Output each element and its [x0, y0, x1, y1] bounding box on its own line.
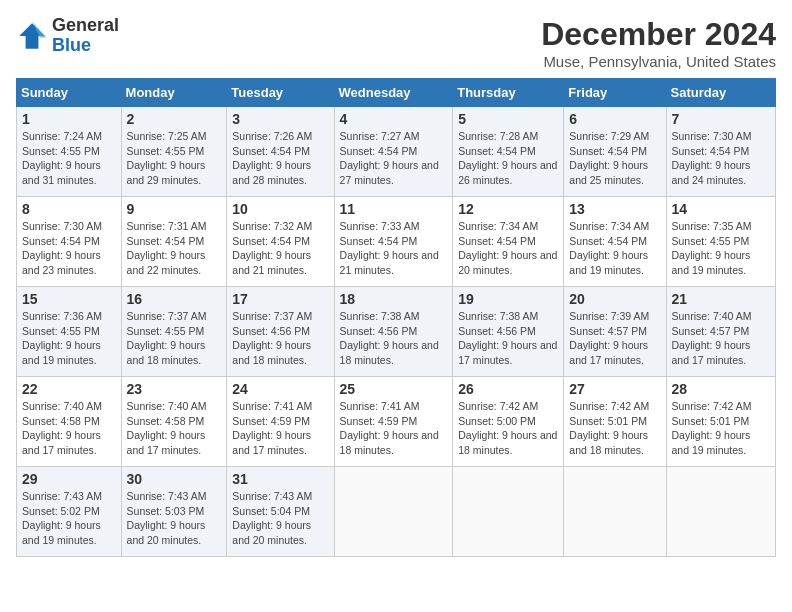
calendar-cell: 17Sunrise: 7:37 AMSunset: 4:56 PMDayligh…	[227, 287, 334, 377]
logo: General Blue	[16, 16, 119, 56]
calendar-cell: 12Sunrise: 7:34 AMSunset: 4:54 PMDayligh…	[453, 197, 564, 287]
day-info: Sunrise: 7:43 AMSunset: 5:04 PMDaylight:…	[232, 489, 328, 548]
calendar-cell: 21Sunrise: 7:40 AMSunset: 4:57 PMDayligh…	[666, 287, 775, 377]
day-number: 6	[569, 111, 660, 127]
day-info: Sunrise: 7:26 AMSunset: 4:54 PMDaylight:…	[232, 129, 328, 188]
day-number: 19	[458, 291, 558, 307]
day-number: 26	[458, 381, 558, 397]
calendar-cell: 11Sunrise: 7:33 AMSunset: 4:54 PMDayligh…	[334, 197, 453, 287]
day-number: 23	[127, 381, 222, 397]
day-info: Sunrise: 7:33 AMSunset: 4:54 PMDaylight:…	[340, 219, 448, 278]
day-info: Sunrise: 7:30 AMSunset: 4:54 PMDaylight:…	[672, 129, 770, 188]
day-info: Sunrise: 7:34 AMSunset: 4:54 PMDaylight:…	[458, 219, 558, 278]
day-number: 2	[127, 111, 222, 127]
day-number: 15	[22, 291, 116, 307]
day-info: Sunrise: 7:32 AMSunset: 4:54 PMDaylight:…	[232, 219, 328, 278]
calendar-cell: 29Sunrise: 7:43 AMSunset: 5:02 PMDayligh…	[17, 467, 122, 557]
day-number: 27	[569, 381, 660, 397]
day-number: 29	[22, 471, 116, 487]
day-number: 20	[569, 291, 660, 307]
day-info: Sunrise: 7:38 AMSunset: 4:56 PMDaylight:…	[340, 309, 448, 368]
day-info: Sunrise: 7:38 AMSunset: 4:56 PMDaylight:…	[458, 309, 558, 368]
day-number: 18	[340, 291, 448, 307]
calendar-cell	[334, 467, 453, 557]
calendar-cell: 4Sunrise: 7:27 AMSunset: 4:54 PMDaylight…	[334, 107, 453, 197]
day-info: Sunrise: 7:29 AMSunset: 4:54 PMDaylight:…	[569, 129, 660, 188]
day-info: Sunrise: 7:25 AMSunset: 4:55 PMDaylight:…	[127, 129, 222, 188]
day-number: 24	[232, 381, 328, 397]
calendar-cell	[453, 467, 564, 557]
calendar-cell: 10Sunrise: 7:32 AMSunset: 4:54 PMDayligh…	[227, 197, 334, 287]
calendar-cell: 27Sunrise: 7:42 AMSunset: 5:01 PMDayligh…	[564, 377, 666, 467]
calendar-cell	[666, 467, 775, 557]
calendar-week-4: 22Sunrise: 7:40 AMSunset: 4:58 PMDayligh…	[17, 377, 776, 467]
day-number: 11	[340, 201, 448, 217]
day-number: 8	[22, 201, 116, 217]
calendar-cell: 31Sunrise: 7:43 AMSunset: 5:04 PMDayligh…	[227, 467, 334, 557]
day-info: Sunrise: 7:42 AMSunset: 5:01 PMDaylight:…	[672, 399, 770, 458]
calendar-cell: 19Sunrise: 7:38 AMSunset: 4:56 PMDayligh…	[453, 287, 564, 377]
day-number: 12	[458, 201, 558, 217]
calendar-cell: 26Sunrise: 7:42 AMSunset: 5:00 PMDayligh…	[453, 377, 564, 467]
day-info: Sunrise: 7:40 AMSunset: 4:58 PMDaylight:…	[22, 399, 116, 458]
day-number: 3	[232, 111, 328, 127]
day-number: 14	[672, 201, 770, 217]
title-area: December 2024 Muse, Pennsylvania, United…	[541, 16, 776, 70]
day-number: 17	[232, 291, 328, 307]
calendar-cell: 6Sunrise: 7:29 AMSunset: 4:54 PMDaylight…	[564, 107, 666, 197]
month-title: December 2024	[541, 16, 776, 53]
day-number: 5	[458, 111, 558, 127]
day-info: Sunrise: 7:43 AMSunset: 5:02 PMDaylight:…	[22, 489, 116, 548]
day-info: Sunrise: 7:42 AMSunset: 5:01 PMDaylight:…	[569, 399, 660, 458]
logo-icon	[16, 20, 48, 52]
page-header: General Blue December 2024 Muse, Pennsyl…	[16, 16, 776, 70]
day-info: Sunrise: 7:41 AMSunset: 4:59 PMDaylight:…	[340, 399, 448, 458]
calendar-cell: 5Sunrise: 7:28 AMSunset: 4:54 PMDaylight…	[453, 107, 564, 197]
calendar-table: SundayMondayTuesdayWednesdayThursdayFrid…	[16, 78, 776, 557]
day-info: Sunrise: 7:42 AMSunset: 5:00 PMDaylight:…	[458, 399, 558, 458]
calendar-cell: 25Sunrise: 7:41 AMSunset: 4:59 PMDayligh…	[334, 377, 453, 467]
calendar-week-3: 15Sunrise: 7:36 AMSunset: 4:55 PMDayligh…	[17, 287, 776, 377]
calendar-cell: 22Sunrise: 7:40 AMSunset: 4:58 PMDayligh…	[17, 377, 122, 467]
header-wednesday: Wednesday	[334, 79, 453, 107]
calendar-cell: 16Sunrise: 7:37 AMSunset: 4:55 PMDayligh…	[121, 287, 227, 377]
calendar-cell: 28Sunrise: 7:42 AMSunset: 5:01 PMDayligh…	[666, 377, 775, 467]
header-saturday: Saturday	[666, 79, 775, 107]
day-number: 25	[340, 381, 448, 397]
header-thursday: Thursday	[453, 79, 564, 107]
day-info: Sunrise: 7:40 AMSunset: 4:58 PMDaylight:…	[127, 399, 222, 458]
day-info: Sunrise: 7:28 AMSunset: 4:54 PMDaylight:…	[458, 129, 558, 188]
calendar-cell: 8Sunrise: 7:30 AMSunset: 4:54 PMDaylight…	[17, 197, 122, 287]
day-number: 4	[340, 111, 448, 127]
day-info: Sunrise: 7:24 AMSunset: 4:55 PMDaylight:…	[22, 129, 116, 188]
calendar-cell	[564, 467, 666, 557]
header-sunday: Sunday	[17, 79, 122, 107]
day-info: Sunrise: 7:37 AMSunset: 4:56 PMDaylight:…	[232, 309, 328, 368]
day-info: Sunrise: 7:37 AMSunset: 4:55 PMDaylight:…	[127, 309, 222, 368]
day-number: 28	[672, 381, 770, 397]
day-info: Sunrise: 7:31 AMSunset: 4:54 PMDaylight:…	[127, 219, 222, 278]
logo-line2: Blue	[52, 36, 119, 56]
calendar-cell: 15Sunrise: 7:36 AMSunset: 4:55 PMDayligh…	[17, 287, 122, 377]
calendar-cell: 3Sunrise: 7:26 AMSunset: 4:54 PMDaylight…	[227, 107, 334, 197]
header-monday: Monday	[121, 79, 227, 107]
day-number: 13	[569, 201, 660, 217]
day-number: 31	[232, 471, 328, 487]
day-number: 21	[672, 291, 770, 307]
logo-line1: General	[52, 16, 119, 36]
header-tuesday: Tuesday	[227, 79, 334, 107]
day-number: 1	[22, 111, 116, 127]
calendar-cell: 30Sunrise: 7:43 AMSunset: 5:03 PMDayligh…	[121, 467, 227, 557]
day-info: Sunrise: 7:39 AMSunset: 4:57 PMDaylight:…	[569, 309, 660, 368]
calendar-week-5: 29Sunrise: 7:43 AMSunset: 5:02 PMDayligh…	[17, 467, 776, 557]
calendar-cell: 23Sunrise: 7:40 AMSunset: 4:58 PMDayligh…	[121, 377, 227, 467]
day-info: Sunrise: 7:43 AMSunset: 5:03 PMDaylight:…	[127, 489, 222, 548]
day-info: Sunrise: 7:40 AMSunset: 4:57 PMDaylight:…	[672, 309, 770, 368]
day-number: 9	[127, 201, 222, 217]
calendar-cell: 14Sunrise: 7:35 AMSunset: 4:55 PMDayligh…	[666, 197, 775, 287]
calendar-week-1: 1Sunrise: 7:24 AMSunset: 4:55 PMDaylight…	[17, 107, 776, 197]
day-info: Sunrise: 7:34 AMSunset: 4:54 PMDaylight:…	[569, 219, 660, 278]
day-number: 16	[127, 291, 222, 307]
day-info: Sunrise: 7:35 AMSunset: 4:55 PMDaylight:…	[672, 219, 770, 278]
header-friday: Friday	[564, 79, 666, 107]
